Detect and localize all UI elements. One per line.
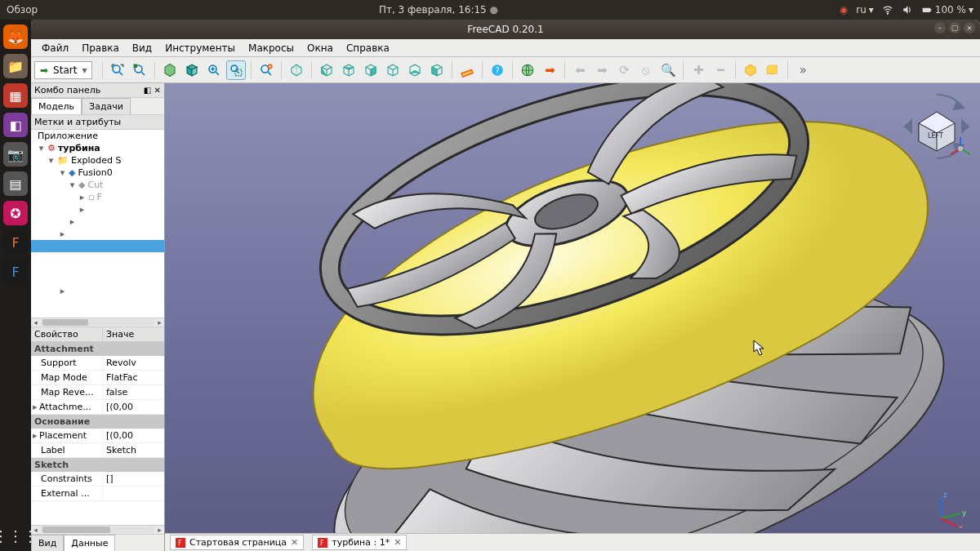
tree-row[interactable]: ▾⚙ турбина xyxy=(31,142,164,154)
more-icon[interactable]: » xyxy=(793,60,813,80)
doc-tab-turbine[interactable]: F турбина : 1* ✕ xyxy=(312,535,407,550)
property-row[interactable]: External ... xyxy=(31,487,164,501)
dock-app-icon[interactable]: ✪ xyxy=(3,201,28,225)
dock-app-icon[interactable]: ▦ xyxy=(3,83,28,108)
close-tab-icon[interactable]: ✕ xyxy=(291,537,298,548)
refresh-grey-icon[interactable]: ⟳ xyxy=(614,60,634,80)
view-isometric-icon[interactable] xyxy=(287,60,306,80)
tab-tasks[interactable]: Задачи xyxy=(82,98,131,114)
view-left-icon[interactable] xyxy=(427,60,447,80)
svg-point-32 xyxy=(958,146,963,151)
tab-data[interactable]: Данные xyxy=(64,535,115,551)
view-bottom-icon[interactable] xyxy=(405,60,425,80)
menu-edit[interactable]: Правка xyxy=(76,41,125,56)
keyboard-layout-indicator[interactable]: ru ▾ xyxy=(856,4,874,16)
fit-selection-icon[interactable] xyxy=(130,60,149,80)
property-row[interactable]: Map ModeFlatFac xyxy=(31,371,164,385)
tree-row-selected[interactable] xyxy=(31,240,164,252)
zoom-grey-icon[interactable]: 🔍 xyxy=(658,60,678,80)
fit-all-icon[interactable] xyxy=(108,60,127,80)
workbench-selector[interactable]: ➡ Start ▾ xyxy=(34,61,92,79)
navigation-cube[interactable]: LEFT xyxy=(900,90,973,163)
tree-row[interactable]: ▸ xyxy=(31,216,164,228)
svg-marker-24 xyxy=(962,121,969,132)
close-button[interactable]: × xyxy=(964,22,975,33)
horizontal-scrollbar[interactable]: ◂▸ xyxy=(31,318,164,327)
part-icon[interactable] xyxy=(741,60,760,80)
zoom-box-icon[interactable] xyxy=(226,60,246,80)
tree-row[interactable]: ▸ xyxy=(31,285,164,297)
tree-row[interactable]: ▾◆ Fusion0 xyxy=(31,167,164,179)
combo-panel: Комбо панель ◧ ✕ Модель Задачи Метки и а… xyxy=(31,83,165,551)
property-row[interactable]: Constraints[] xyxy=(31,472,164,487)
web-icon[interactable] xyxy=(518,60,537,80)
3d-viewport[interactable]: LEFT z y x xyxy=(165,83,980,551)
tree-row[interactable]: ▸ xyxy=(31,203,164,216)
dock-app-icon[interactable]: ◧ xyxy=(3,113,28,137)
property-row[interactable]: LabelSketch xyxy=(31,443,164,458)
activities-button[interactable]: Обзор xyxy=(7,4,38,16)
property-group[interactable]: Основание xyxy=(31,415,164,429)
property-group[interactable]: Sketch xyxy=(31,458,164,472)
tree-row[interactable]: Приложение xyxy=(31,130,164,142)
property-group[interactable]: Attachment xyxy=(31,342,164,356)
bounding-box-icon[interactable] xyxy=(182,60,202,80)
draw-style-icon[interactable] xyxy=(160,60,180,80)
menu-help[interactable]: Справка xyxy=(341,41,395,56)
dock-firefox-icon[interactable]: 🦊 xyxy=(3,24,28,49)
dock-freecad-icon[interactable]: F xyxy=(3,230,28,255)
menu-windows[interactable]: Окна xyxy=(301,41,339,56)
dock-app-icon[interactable]: ▤ xyxy=(3,171,28,196)
property-row[interactable]: Map Reve...false xyxy=(31,385,164,400)
wifi-icon[interactable] xyxy=(882,4,893,16)
nav-back-grey-icon[interactable]: ⬅ xyxy=(570,60,590,80)
turbine-model xyxy=(165,83,980,540)
minimize-button[interactable]: – xyxy=(934,22,946,33)
freecad-window: FreeCAD 0.20.1 – ▢ × Файл Правка Вид Инс… xyxy=(31,20,980,551)
property-row[interactable]: SupportRevolv xyxy=(31,356,164,371)
window-titlebar[interactable]: FreeCAD 0.20.1 – ▢ × xyxy=(31,20,980,39)
tab-view[interactable]: Вид xyxy=(31,535,64,551)
close-panel-icon[interactable]: ✕ xyxy=(154,86,161,95)
property-row[interactable]: ▸Attachme...[(0,00 xyxy=(31,400,164,415)
screencast-indicator[interactable]: ◉ xyxy=(840,4,848,16)
view-rear-icon[interactable] xyxy=(383,60,403,80)
measure-icon[interactable] xyxy=(457,60,477,80)
volume-icon[interactable] xyxy=(902,4,913,16)
zoom-in-icon[interactable] xyxy=(204,60,224,80)
tree-row[interactable]: ▸ xyxy=(31,228,164,240)
dock-freecad-icon[interactable]: F xyxy=(3,260,28,284)
horizontal-scrollbar[interactable]: ◂▸ xyxy=(31,525,164,534)
stop-grey-icon[interactable]: ⦸ xyxy=(636,60,656,80)
link-make-icon[interactable]: ✚ xyxy=(688,60,708,80)
battery-indicator[interactable]: 100 % ▾ xyxy=(921,4,973,16)
model-tree[interactable]: Приложение ▾⚙ турбина ▾📁 Exploded S ▾◆ F… xyxy=(31,130,164,318)
top-panel-clock[interactable]: Пт, 3 февраля, 16:15 ● xyxy=(38,4,840,16)
svg-text:LEFT: LEFT xyxy=(928,132,943,140)
sync-view-icon[interactable] xyxy=(256,60,276,80)
tree-row[interactable]: ▾◆ Cut xyxy=(31,179,164,191)
link-break-icon[interactable]: ━ xyxy=(710,60,730,80)
menu-tools[interactable]: Инструменты xyxy=(159,41,241,56)
view-front-icon[interactable] xyxy=(317,60,336,80)
whats-this-icon[interactable]: ? xyxy=(488,60,507,80)
maximize-button[interactable]: ▢ xyxy=(949,22,960,33)
menu-macros[interactable]: Макросы xyxy=(243,41,300,56)
view-top-icon[interactable] xyxy=(339,60,359,80)
doc-tab-start[interactable]: F Стартовая страница ✕ xyxy=(170,535,304,550)
nav-forward-icon[interactable]: ➡ xyxy=(540,60,559,80)
close-tab-icon[interactable]: ✕ xyxy=(394,537,401,548)
undock-icon[interactable]: ◧ xyxy=(144,86,151,95)
tree-row[interactable]: ▸▫ F xyxy=(31,191,164,203)
dock-files-icon[interactable]: 📁 xyxy=(3,54,28,78)
nav-fwd-grey-icon[interactable]: ➡ xyxy=(592,60,612,80)
menu-view[interactable]: Вид xyxy=(127,41,158,56)
property-row[interactable]: ▸Placement[(0,00 xyxy=(31,429,164,443)
tree-row[interactable]: ▾📁 Exploded S xyxy=(31,154,164,167)
group-icon[interactable] xyxy=(763,60,782,80)
view-right-icon[interactable] xyxy=(361,60,381,80)
tab-model[interactable]: Модель xyxy=(31,98,82,114)
dock-screenshot-icon[interactable]: 📷 xyxy=(3,142,28,167)
combo-panel-title: Комбо панель xyxy=(34,85,100,96)
menu-file[interactable]: Файл xyxy=(36,41,74,56)
